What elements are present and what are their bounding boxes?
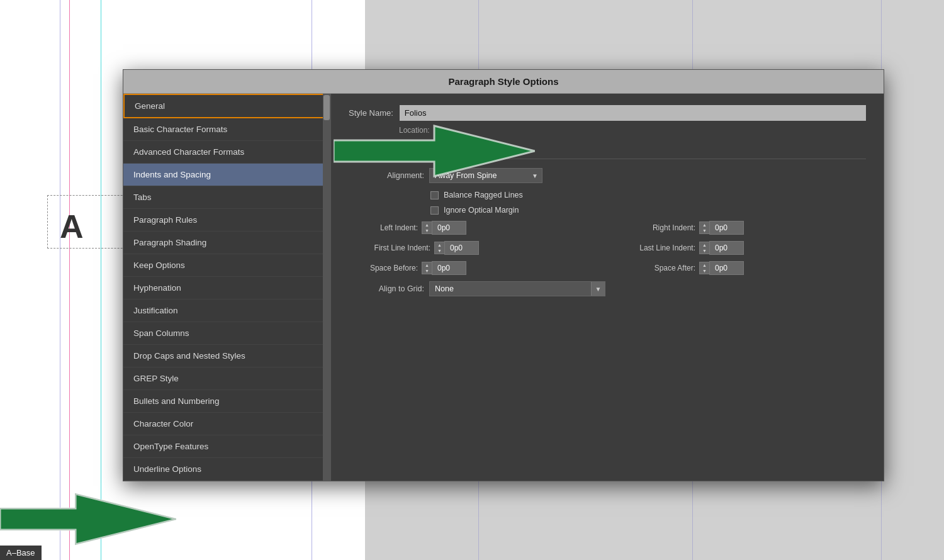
sidebar-item-paragraph-rules[interactable]: Paragraph Rules — [123, 209, 330, 232]
sidebar-item-advanced-char[interactable]: Advanced Character Formats — [123, 141, 330, 164]
sidebar-item-indents-spacing[interactable]: Indents and Spacing — [123, 164, 330, 186]
dialog-title: Paragraph Style Options — [448, 76, 558, 87]
space-before-down-icon[interactable]: ▼ — [422, 268, 432, 274]
style-name-label: Style Name: — [349, 108, 393, 118]
first-line-indent-row: First Line Indent: ▲ ▼ — [349, 241, 601, 255]
space-after-spinner: ▲ ▼ — [699, 261, 744, 275]
indent-grid: Left Indent: ▲ ▼ Right Indent: ▲ — [349, 221, 866, 275]
dialog-titlebar: Paragraph Style Options — [123, 70, 884, 94]
a-base-label: A–Base — [0, 546, 42, 560]
sidebar-item-bullets-numbering[interactable]: Bullets and Numbering — [123, 390, 330, 413]
sidebar-item-hyphenation[interactable]: Hyphenation — [123, 277, 330, 300]
balance-ragged-label: Balance Ragged Lines — [444, 191, 523, 199]
space-after-value[interactable] — [709, 261, 744, 275]
left-indent-row: Left Indent: ▲ ▼ — [349, 221, 601, 235]
first-line-down-icon[interactable]: ▼ — [435, 248, 444, 254]
last-line-up-icon[interactable]: ▲ — [700, 242, 709, 248]
space-before-label: Space Before: — [349, 264, 418, 272]
space-after-down-icon[interactable]: ▼ — [700, 268, 709, 274]
right-indent-spinner: ▲ ▼ — [699, 221, 744, 235]
sidebar-item-character-color[interactable]: Character Color — [123, 413, 330, 435]
balance-ragged-row: Balance Ragged Lines — [430, 191, 866, 199]
align-to-grid-row: Align to Grid: None ▼ — [349, 281, 866, 296]
sidebar-item-opentype[interactable]: OpenType Features — [123, 435, 330, 458]
right-indent-row: Right Indent: ▲ ▼ — [614, 221, 866, 235]
sidebar-item-basic-char[interactable]: Basic Character Formats — [123, 118, 330, 141]
align-to-grid-dropdown[interactable]: None ▼ — [429, 281, 605, 296]
right-indent-down-icon[interactable]: ▼ — [700, 228, 709, 233]
sidebar-item-drop-caps[interactable]: Drop Caps and Nested Styles — [123, 345, 330, 367]
ignore-optical-label: Ignore Optical Margin — [444, 206, 519, 215]
green-arrow-abase — [0, 491, 176, 547]
space-before-up-icon[interactable]: ▲ — [422, 262, 432, 268]
svg-marker-3 — [0, 494, 176, 544]
scrollbar[interactable] — [323, 94, 330, 481]
space-after-up-icon[interactable]: ▲ — [700, 262, 709, 268]
last-line-indent-arrows[interactable]: ▲ ▼ — [699, 242, 709, 254]
guide-line-blue-left — [60, 0, 60, 560]
sidebar-item-grep-style[interactable]: GREP Style — [123, 367, 330, 390]
left-indent-down-icon[interactable]: ▼ — [422, 228, 432, 233]
space-after-row: Space After: ▲ ▼ — [614, 261, 866, 275]
space-after-arrows[interactable]: ▲ ▼ — [699, 262, 709, 274]
style-name-input[interactable] — [400, 105, 866, 121]
sidebar: General Basic Character Formats Advanced… — [123, 94, 331, 481]
left-indent-up-icon[interactable]: ▲ — [422, 222, 432, 228]
balance-ragged-checkbox[interactable] — [430, 191, 439, 199]
left-indent-label: Left Indent: — [349, 223, 418, 232]
sidebar-item-underline[interactable]: Underline Options — [123, 458, 330, 481]
last-line-indent-spinner: ▲ ▼ — [699, 241, 744, 255]
last-line-indent-value[interactable] — [709, 241, 744, 255]
right-indent-up-icon[interactable]: ▲ — [700, 222, 709, 228]
last-line-indent-row: Last Line Indent: ▲ ▼ — [614, 241, 866, 255]
sidebar-item-tabs[interactable]: Tabs — [123, 186, 330, 209]
space-before-value[interactable] — [432, 261, 466, 275]
space-before-spinner: ▲ ▼ — [422, 261, 466, 275]
space-before-row: Space Before: ▲ ▼ — [349, 261, 601, 275]
sidebar-item-keep-options[interactable]: Keep Options — [123, 254, 330, 277]
align-to-grid-label: Align to Grid: — [349, 284, 424, 293]
first-line-indent-label: First Line Indent: — [349, 244, 430, 252]
space-after-label: Space After: — [614, 264, 695, 272]
style-name-row: Style Name: — [349, 105, 866, 121]
align-to-grid-dropdown-arrow-icon[interactable]: ▼ — [591, 282, 605, 296]
space-before-arrows[interactable]: ▲ ▼ — [422, 262, 432, 274]
last-line-indent-label: Last Line Indent: — [614, 244, 695, 252]
guide-line-pink — [69, 0, 70, 560]
left-indent-value[interactable] — [432, 221, 466, 235]
right-indent-value[interactable] — [709, 221, 744, 235]
ignore-optical-row: Ignore Optical Margin — [430, 206, 866, 215]
right-indent-label: Right Indent: — [614, 223, 695, 232]
text-frame-letter-a: A — [60, 208, 84, 245]
last-line-down-icon[interactable]: ▼ — [700, 248, 709, 254]
first-line-indent-arrows[interactable]: ▲ ▼ — [434, 242, 444, 254]
sidebar-item-span-columns[interactable]: Span Columns — [123, 322, 330, 345]
first-line-indent-spinner: ▲ ▼ — [434, 241, 479, 255]
guide-line-cyan — [101, 0, 101, 560]
sidebar-item-justification[interactable]: Justification — [123, 300, 330, 322]
sidebar-item-paragraph-shading[interactable]: Paragraph Shading — [123, 232, 330, 254]
first-line-indent-value[interactable] — [444, 241, 479, 255]
left-indent-spinner: ▲ ▼ — [422, 221, 466, 235]
left-indent-arrows[interactable]: ▲ ▼ — [422, 221, 432, 234]
align-to-grid-value: None — [430, 282, 591, 296]
ignore-optical-checkbox[interactable] — [430, 206, 439, 215]
green-arrow-alignment — [334, 123, 535, 179]
scrollbar-thumb[interactable] — [323, 95, 330, 120]
right-indent-arrows[interactable]: ▲ ▼ — [699, 221, 709, 234]
first-line-up-icon[interactable]: ▲ — [435, 242, 444, 248]
sidebar-item-general[interactable]: General — [123, 94, 330, 118]
